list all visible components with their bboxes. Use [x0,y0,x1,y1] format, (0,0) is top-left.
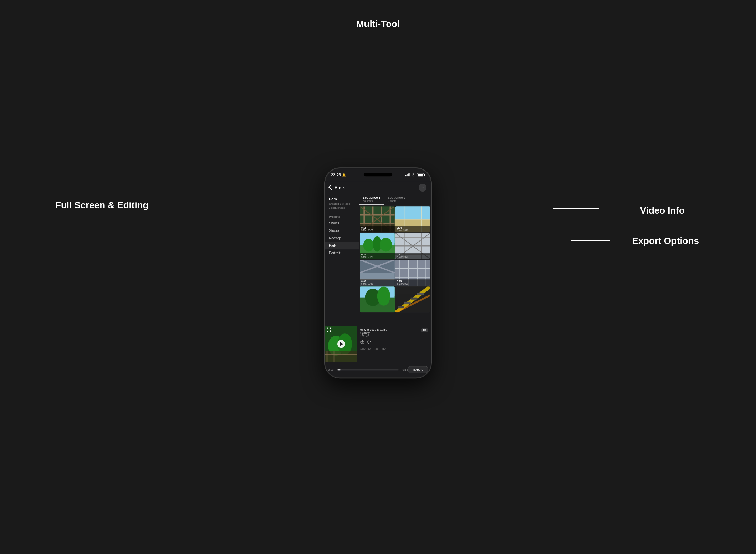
timeline-bar[interactable] [337,369,399,370]
multi-tool-arrow-line [378,34,378,62]
project-meta: Created 1 yr ago 2 sequences [329,202,355,210]
content-area: Sequence 1 54 shots Sequence 2 9 shots [359,194,431,326]
export-button[interactable]: Export [408,366,428,373]
video-thumb-2[interactable]: 0:34 5 Mar 2023 [395,206,430,232]
time-end: -0:15 [401,368,408,371]
spec-quality: HD [382,347,386,350]
sidebar-item-rooftop[interactable]: Rooftop [325,234,359,242]
svg-point-47 [377,286,390,306]
back-button[interactable]: Back [330,185,345,190]
player-thumbnail[interactable] [325,326,357,362]
video-thumb-4[interactable]: 0:11 5 Mar 2023 [395,233,430,259]
svg-rect-54 [417,293,423,295]
video-datetime: 05 Mar 2023 at 18:59 [360,328,418,331]
video-thumb-1-info: 0:15 5 Mar 2023 [360,226,395,232]
video-thumb-5[interactable]: 0:01 5 Mar 2023 [360,260,395,286]
svg-point-21 [363,239,374,252]
svg-rect-52 [404,302,410,304]
status-icons [405,173,425,176]
video-thumb-7[interactable] [360,286,395,312]
multi-tool-annotation: Multi-Tool [356,19,400,30]
dynamic-island [364,173,392,176]
signal-icon [405,173,410,176]
video-grid: 0:15 5 Mar 2023 [359,205,431,314]
sidebar-item-studio[interactable]: Studio [325,227,359,234]
player-info-top: 05 Mar 2023 at 18:59 Sydney 109 MB 2D [360,328,428,338]
video-thumb-8[interactable] [395,286,430,312]
video-thumb-2-info: 0:34 5 Mar 2023 [395,226,430,232]
bell-icon: 🔔 [342,173,346,177]
svg-rect-51 [398,306,404,308]
video-specs: 16:9 30 H.264 HD [360,347,428,350]
video-2d-badge: 2D [421,328,428,332]
video-info-annotation: Video Info [640,205,685,216]
time-start: 0:00 [328,368,335,371]
fullscreen-arrow-line [155,207,198,207]
video-info-arrow-line [553,208,599,209]
svg-rect-3 [409,173,410,176]
spec-ratio: 16:9 [360,347,366,350]
svg-rect-14 [395,206,430,219]
more-button[interactable]: ··· [419,184,426,192]
app-content: 22:26 🔔 [325,168,431,377]
sidebar-item-portrait[interactable]: Portrait [325,249,359,257]
sequence-tab-2[interactable]: Sequence 2 9 shots [384,194,409,205]
main-layout: Park Created 1 yr ago 2 sequences Projec… [325,194,431,326]
export-arrow-line [571,240,610,241]
spec-fps: 30 [368,347,371,350]
svg-point-23 [380,238,392,251]
battery-icon [417,173,425,176]
sidebar-projects-label: Projects [325,213,359,219]
scene: Multi-Tool Full Screen & Editing Video I… [0,0,756,554]
video-thumb-3-info: 0:23 5 Mar 2023 [360,253,395,259]
video-thumb-4-info: 0:11 5 Mar 2023 [395,253,430,259]
phone-device: 22:26 🔔 [325,168,431,378]
back-chevron-icon [328,185,333,190]
export-options-annotation: Export Options [632,235,699,246]
svg-rect-2 [408,173,409,176]
svg-rect-53 [410,298,417,300]
sequence-tab-1[interactable]: Sequence 1 54 shots [359,194,384,205]
timeline-progress [337,369,341,370]
sidebar-item-park[interactable]: Park [325,242,359,249]
play-button[interactable] [337,340,345,348]
player-timeline: 0:00 -0:15 Export [325,362,431,377]
sidebar: Park Created 1 yr ago 2 sequences Projec… [325,194,359,326]
player-top: 05 Mar 2023 at 18:59 Sydney 109 MB 2D [325,326,431,362]
mute-icon [367,340,371,345]
svg-rect-1 [407,174,408,176]
video-thumb-3[interactable]: 0:23 5 Mar 2023 [360,233,395,259]
sequence-tabs: Sequence 1 54 shots Sequence 2 9 shots [359,194,431,205]
svg-rect-58 [325,351,357,362]
app-header: Back ··· [325,181,431,194]
wifi-icon [411,173,415,176]
video-thumb-6[interactable]: 0:13 5 Mar 2023 [395,260,430,286]
project-info: Park Created 1 yr ago 2 sequences [325,194,359,213]
sidebar-item-shorts[interactable]: Shorts [325,219,359,227]
fullscreen-editing-annotation: Full Screen & Editing [55,200,148,211]
player-info: 05 Mar 2023 at 18:59 Sydney 109 MB 2D [357,326,431,362]
svg-marker-65 [367,340,369,344]
svg-rect-0 [405,175,407,176]
video-thumb-1[interactable]: 0:15 5 Mar 2023 [360,206,395,232]
video-thumb-5-info: 0:01 5 Mar 2023 [360,279,395,286]
video-thumb-6-info: 0:13 5 Mar 2023 [395,279,430,286]
video-metadata: 05 Mar 2023 at 18:59 Sydney 109 MB [360,328,418,338]
play-triangle-icon [340,342,343,346]
status-time: 22:26 🔔 [331,173,346,177]
cube-icon [360,340,364,345]
video-size: 109 MB [360,335,418,338]
bottom-player: 05 Mar 2023 at 18:59 Sydney 109 MB 2D [325,326,431,377]
video-location: Sydney [360,331,418,335]
project-name: Park [329,197,355,201]
expand-icon[interactable] [327,327,331,332]
spec-codec: H.264 [373,347,380,350]
video-icons-row [360,340,428,345]
